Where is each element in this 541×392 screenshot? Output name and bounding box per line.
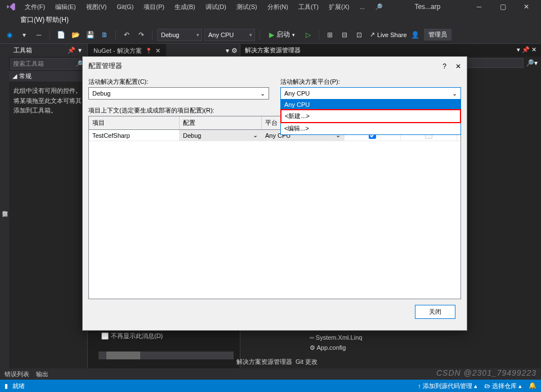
solution-tab-label: 解决方案资源管理器 [245,47,301,53]
tree-item[interactable]: ▫▫ System.Xml.Linq [310,334,362,341]
active-platform-dropdown[interactable]: Any CPU ⌄ [280,87,461,100]
config-value: Debug [92,90,110,97]
tab-nuget[interactable]: NuGet - 解决方案 📍 ✕ [88,44,166,57]
pin-tab-icon[interactable]: 📍 [145,48,152,54]
config-label: 活动解决方案配置(C): [88,78,269,86]
menu-analyze[interactable]: 分析(N) [263,1,293,13]
menu-file[interactable]: 文件(F) [20,1,50,13]
close-button[interactable]: 关闭 [415,305,455,319]
menu-extensions[interactable]: 扩展(X) [324,1,354,13]
menubar-row2: 窗口(W) 帮助(H) [0,13,541,26]
dialog-close-icon[interactable]: ✕ [455,62,461,70]
dont-show-label: 不再显示此消息(D) [111,332,163,340]
menu-help[interactable]: 帮助(H) [46,15,69,25]
feedback-icon[interactable]: 👤 [409,29,422,41]
menu-view[interactable]: 视图(V) [82,1,111,13]
select-repo-button[interactable]: 🗁 选择仓库 ▴ [484,382,522,390]
project-grid: 项目 配置 平台 生成 部署 TestCefSharp Debug⌄ Any C… [88,116,461,299]
toolbox-panel: 工具箱 📌 ▼ 搜索工具箱 🔎 ◢ 常规 此组中没有可用的控件。将某项拖至此文本… [9,44,88,368]
forward-button[interactable]: ─ [33,29,45,41]
maximize-button[interactable]: ▢ [491,0,514,13]
menu-project[interactable]: 项目(P) [139,1,169,13]
col-project[interactable]: 项目 [89,116,180,129]
chevron-down-icon: ⌄ [260,90,265,97]
col-config[interactable]: 配置 [180,116,262,129]
menu-debug[interactable]: 调试(D) [201,1,231,13]
toolbox-title: 工具箱 [14,46,32,55]
menu-git[interactable]: Git(G) [112,2,138,12]
solution-explorer-bottom-tab[interactable]: 解决方案资源管理器 [236,358,292,366]
gear-icon[interactable]: ⚙ [231,47,238,55]
tb-icon1[interactable]: ⊞ [324,29,336,41]
close-tab-icon[interactable]: ✕ [155,47,160,55]
minimize-button[interactable]: ─ [468,0,490,13]
toolbox-search[interactable]: 搜索工具箱 🔎 [10,58,86,70]
undo-icon[interactable]: ↶ [120,29,133,41]
platform-combo[interactable]: Any CPU [204,29,255,41]
dialog-title: 配置管理器 [88,61,122,71]
configuration-manager-dialog: 配置管理器 ? ✕ 活动解决方案配置(C): Debug ⌄ 活动解决方案平台(… [82,56,467,331]
menu-tools[interactable]: 工具(T) [294,1,323,13]
watermark: CSDN @2301_79499223 [436,368,536,377]
dialog-titlebar: 配置管理器 ? ✕ [83,57,467,75]
search-icon[interactable]: 🔎▾ [524,59,540,67]
hidden-checkbox-row: 不再显示此消息(D) [101,332,163,340]
tb-icon3[interactable]: ⊡ [353,29,365,41]
dont-show-checkbox[interactable] [101,332,109,340]
menu-overflow[interactable]: ... [355,2,369,12]
open-icon[interactable]: 📂 [69,29,82,41]
menu-test[interactable]: 测试(S) [232,1,262,13]
section-label: 常规 [19,72,32,80]
collapse-icon: ◢ [12,73,17,80]
git-changes-tab[interactable]: Git 更改 [296,358,318,366]
tab-dropdown-icon[interactable]: ▾ [226,47,229,55]
tb-icon2[interactable]: ⊟ [338,29,351,41]
tree-item[interactable]: ⚙ App.config [310,344,346,352]
error-list-tab[interactable]: 错误列表 [5,370,29,379]
help-button[interactable]: ? [442,62,446,70]
cell-config-combo[interactable]: Debug⌄ [180,130,262,141]
menubar: 文件(F) 编辑(E) 视图(V) Git(G) 项目(P) 生成(B) 调试(… [0,0,541,13]
horizontal-scrollbar[interactable] [99,352,234,359]
play-icon: ▶ [269,31,274,39]
platform-value: Any CPU [284,90,310,97]
vertical-tab[interactable]: 数据源 [0,44,9,368]
platform-label: 活动解决方案平台(P): [280,78,461,86]
new-file-icon[interactable]: 📄 [55,29,67,41]
status-ready: 就绪 [12,382,25,390]
platform-option-new[interactable]: <新建...> [280,109,461,123]
output-tab[interactable]: 输出 [36,370,48,379]
toolbox-section[interactable]: ◢ 常规 [9,71,87,82]
menu-window[interactable]: 窗口(W) [20,15,44,25]
chevron-down-icon: ⌄ [452,90,457,97]
menu-build[interactable]: 生成(B) [170,1,200,13]
config-combo[interactable]: Debug [157,29,202,41]
admin-badge: 管理员 [424,29,451,40]
pin-icon[interactable]: 📌 [68,47,75,53]
close-button[interactable]: ✕ [515,0,538,13]
back-dropdown[interactable]: ▾ [18,29,30,41]
source-control-button[interactable]: ↑ 添加到源代码管理 ▴ [418,382,477,390]
search-icon[interactable]: 🔎 [370,2,387,12]
start-debug-button[interactable]: ▶ 启动 ▾ [265,29,299,41]
start-nodebug-icon[interactable]: ▷ [302,29,314,41]
platform-dropdown-list: Any CPU <新建...> <编辑...> [280,99,461,135]
platform-option-edit[interactable]: <编辑...> [281,123,460,134]
save-all-icon[interactable]: 🗎 [99,29,111,41]
active-config-dropdown[interactable]: Debug ⌄ [88,87,269,100]
panel-dropdown-icon[interactable]: ▼ [77,47,83,53]
save-icon[interactable]: 💾 [84,29,96,41]
bottom-tabs: 错误列表 输出 [0,369,53,380]
pin-icon[interactable]: ▾ 📌 ✕ [517,46,536,53]
platform-option-anycpu[interactable]: Any CPU [281,100,460,110]
tab-label: NuGet - 解决方案 [93,47,142,55]
window-title: Tes...arp [414,3,440,11]
liveshare-button[interactable]: ↗ Live Share [370,31,407,38]
redo-icon[interactable]: ↷ [135,29,147,41]
notification-icon[interactable]: 🔔 [529,382,536,390]
back-button[interactable]: ◉ [3,29,16,41]
document-tabs: NuGet - 解决方案 📍 ✕ ▾ ⚙ [88,44,240,57]
solution-explorer-tab[interactable]: 解决方案资源管理器 ▾ 📌 ✕ [240,44,541,57]
menu-edit[interactable]: 编辑(E) [51,1,81,13]
search-placeholder: 搜索工具箱 [13,60,44,68]
